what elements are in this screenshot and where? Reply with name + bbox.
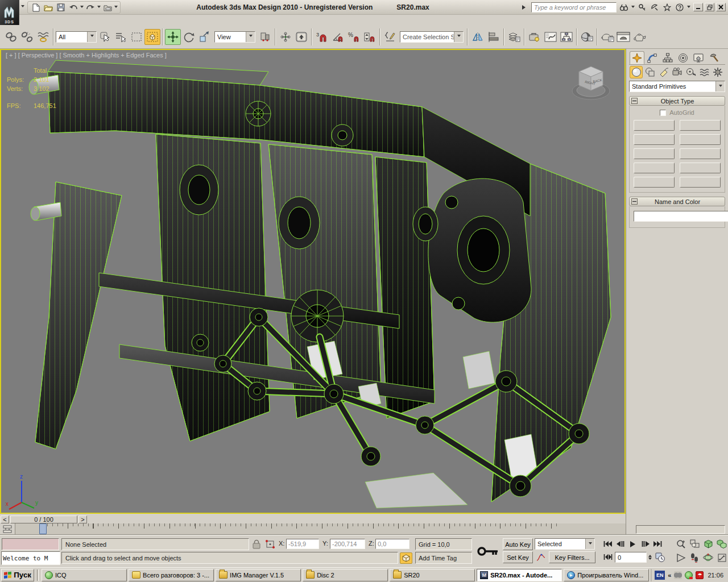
window-crossing-toggle[interactable] bbox=[144, 29, 160, 45]
search-expander-button[interactable] bbox=[519, 2, 529, 13]
selection-lock-toggle[interactable] bbox=[252, 539, 261, 549]
new-scene-button[interactable] bbox=[30, 2, 42, 13]
tab-create[interactable] bbox=[630, 51, 644, 64]
application-menu-arrow[interactable] bbox=[21, 5, 24, 9]
unlink-selection-button[interactable] bbox=[19, 29, 35, 45]
zoom-extents-button[interactable] bbox=[702, 538, 714, 550]
curve-editor-button[interactable] bbox=[543, 29, 559, 45]
key-mode-arrow[interactable] bbox=[585, 539, 594, 549]
category-cameras[interactable] bbox=[671, 66, 684, 78]
task-button[interactable]: SR20.max - Autode... bbox=[477, 569, 562, 581]
auto-key-button[interactable]: Auto Key bbox=[503, 538, 533, 550]
primitive-button[interactable] bbox=[634, 120, 675, 131]
maximize-viewport-toggle[interactable] bbox=[715, 551, 728, 564]
close-button[interactable] bbox=[716, 3, 726, 11]
category-space-warps[interactable] bbox=[698, 66, 711, 78]
edit-named-selection-sets-button[interactable] bbox=[382, 29, 398, 45]
absolute-offset-toggle[interactable] bbox=[265, 539, 276, 549]
reference-coordinate-dropdown[interactable]: View bbox=[214, 31, 255, 43]
primitive-button[interactable] bbox=[634, 134, 675, 145]
tab-modify[interactable] bbox=[645, 51, 660, 64]
named-selection-sets-dropdown[interactable]: Create Selection Se bbox=[400, 31, 464, 43]
rectangular-selection-region-button[interactable] bbox=[129, 29, 144, 45]
snaps-toggle-button[interactable]: 3 bbox=[314, 29, 330, 45]
undo-dropdown-arrow[interactable] bbox=[80, 6, 84, 10]
maxscript-mini-listener[interactable] bbox=[2, 538, 59, 550]
collapse-icon[interactable] bbox=[631, 198, 638, 205]
render-production-button[interactable] bbox=[631, 29, 647, 45]
help-button[interactable] bbox=[675, 2, 685, 13]
keyboard-shortcut-override-button[interactable] bbox=[293, 29, 309, 45]
current-frame-field[interactable]: 0 bbox=[615, 552, 647, 563]
task-button[interactable]: Disc 2 bbox=[303, 569, 388, 581]
selection-filter-dropdown[interactable]: All bbox=[56, 31, 97, 43]
bind-to-space-warp-button[interactable] bbox=[35, 29, 51, 45]
default-in-out-tangents-button[interactable] bbox=[535, 552, 547, 563]
primitive-button[interactable] bbox=[680, 148, 721, 159]
task-button[interactable]: SR20 bbox=[390, 569, 475, 581]
key-mode-toggle-button[interactable] bbox=[602, 551, 614, 563]
align-button[interactable] bbox=[486, 29, 502, 45]
timeline-slider[interactable] bbox=[39, 523, 47, 534]
layer-manager-button[interactable] bbox=[506, 29, 522, 45]
material-editor-button[interactable] bbox=[579, 29, 595, 45]
task-button[interactable]: IMG Manager V.1.5 bbox=[216, 569, 301, 581]
search-dropdown-arrow[interactable] bbox=[631, 6, 635, 10]
named-sets-arrow[interactable] bbox=[454, 32, 463, 42]
key-filters-button[interactable]: Key Filters... bbox=[549, 551, 595, 563]
schematic-view-button[interactable] bbox=[559, 29, 574, 45]
open-file-button[interactable] bbox=[43, 2, 54, 13]
orbit-button[interactable] bbox=[702, 551, 714, 564]
add-time-tag[interactable]: Add Time Tag bbox=[415, 552, 472, 564]
category-shapes[interactable] bbox=[643, 66, 656, 78]
maxscript-listener-line[interactable]: Welcome to M bbox=[1, 551, 60, 565]
select-and-manipulate-button[interactable] bbox=[278, 29, 293, 45]
save-file-button[interactable] bbox=[55, 2, 67, 13]
project-dropdown-arrow[interactable] bbox=[114, 6, 118, 10]
field-of-view-button[interactable] bbox=[675, 551, 687, 564]
help-dropdown-arrow[interactable] bbox=[687, 6, 690, 10]
start-button[interactable]: Пуск bbox=[1, 569, 34, 581]
tab-hierarchy[interactable] bbox=[660, 51, 675, 64]
object-type-rollout-header[interactable]: Object Type bbox=[629, 96, 725, 106]
percent-snap-toggle-button[interactable]: % bbox=[346, 29, 362, 45]
tray-search-icon[interactable] bbox=[674, 571, 682, 579]
collapse-icon[interactable] bbox=[631, 98, 638, 104]
minimize-button[interactable] bbox=[693, 3, 703, 11]
previous-frame-button[interactable] bbox=[614, 538, 626, 550]
communication-center-button[interactable] bbox=[650, 2, 660, 13]
zoom-button[interactable] bbox=[675, 538, 687, 550]
restore-button[interactable] bbox=[705, 3, 714, 11]
primitive-category-dropdown[interactable]: Standard Primitives bbox=[629, 81, 725, 92]
viewcube[interactable]: RIGHT BACK bbox=[570, 63, 612, 101]
category-geometry[interactable] bbox=[630, 66, 643, 78]
time-configuration-button[interactable] bbox=[654, 551, 666, 563]
favorites-button[interactable] bbox=[662, 2, 672, 13]
tab-display[interactable] bbox=[691, 51, 706, 64]
tab-utilities[interactable] bbox=[706, 51, 721, 64]
angle-snap-toggle-button[interactable] bbox=[330, 29, 346, 45]
category-lights[interactable] bbox=[657, 66, 670, 78]
rendered-frame-window-button[interactable] bbox=[615, 29, 631, 45]
tray-antivirus-icon[interactable] bbox=[696, 571, 704, 579]
render-setup-button[interactable] bbox=[599, 29, 615, 45]
object-name-input[interactable] bbox=[634, 211, 728, 222]
use-pivot-point-button[interactable] bbox=[257, 29, 273, 45]
zoom-all-button[interactable] bbox=[688, 538, 701, 550]
primitive-button[interactable] bbox=[680, 134, 721, 145]
selection-filter-arrow[interactable] bbox=[87, 32, 96, 42]
next-frame-button[interactable] bbox=[639, 538, 651, 550]
select-by-name-button[interactable] bbox=[113, 29, 129, 45]
undo-button[interactable] bbox=[68, 2, 79, 13]
mirror-button[interactable] bbox=[470, 29, 486, 45]
select-and-rotate-button[interactable] bbox=[181, 29, 197, 45]
timeline-ruler[interactable] bbox=[15, 523, 626, 535]
set-key-button[interactable]: Set Key bbox=[503, 551, 533, 563]
viewport-label[interactable]: [ + ] [ Perspective ] [ Smooth + Highlig… bbox=[6, 52, 167, 59]
key-mode-dropdown[interactable]: Selected bbox=[535, 538, 595, 550]
next-frame-arrow[interactable]: > bbox=[78, 516, 87, 523]
primitive-button[interactable] bbox=[680, 163, 721, 173]
search-input[interactable] bbox=[531, 2, 617, 13]
primitive-button[interactable] bbox=[634, 148, 675, 159]
task-button[interactable]: Проигрыватель Wind... bbox=[564, 569, 649, 581]
